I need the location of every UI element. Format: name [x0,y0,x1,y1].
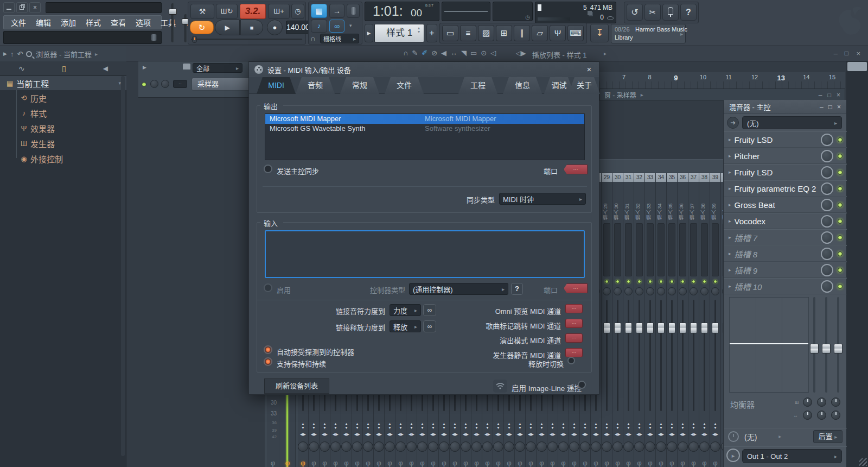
fx-slot-icon[interactable]: φ [504,459,514,467]
tab-MIDI[interactable]: MIDI [257,77,296,94]
separator-arrows-icon[interactable]: ▲▼ [450,422,460,430]
track-fader[interactable] [623,300,634,411]
stereo-sep-knob[interactable] [645,441,655,452]
track-pan-knob[interactable] [690,287,698,295]
tab-project-icon[interactable]: ▯ [62,64,66,73]
up-arrow-icon[interactable]: ↑ [10,50,14,58]
stereo-sep-knob[interactable] [450,441,460,452]
support-hold-radio[interactable] [264,357,272,366]
fader-thumb[interactable] [647,323,654,333]
separator-arrows-icon[interactable]: ▲▼ [537,422,547,430]
sampler-maximize-icon[interactable]: □ [827,92,831,98]
snap-selector[interactable]: 栅格线▸ [320,34,359,43]
output-port-value[interactable]: ··· [564,165,588,174]
fx-slot-icon[interactable]: φ [309,459,319,467]
fader-thumb[interactable] [679,323,686,333]
separator-arrows-icon[interactable]: ▲▼ [320,422,330,430]
track-led[interactable] [605,280,609,283]
window-minimize-button[interactable] [3,2,15,13]
cut-tool-button[interactable]: ✂ [644,4,661,21]
track-pan-knob[interactable] [614,287,622,295]
playlist-maximize-icon[interactable]: □ [845,49,848,57]
stereo-sep-knob[interactable] [504,441,514,452]
fx-slot-icon[interactable]: φ [471,459,482,467]
stereo-sep-knob[interactable] [471,441,482,452]
stereo-sep-knob[interactable] [547,441,558,452]
effect-slot[interactable]: ▸Fruity LSD [724,164,847,180]
stereo-arrows-icon[interactable]: ◀▶ [515,432,525,437]
stereo-sep-knob[interactable] [591,441,601,452]
separator-arrows-icon[interactable]: ▲▼ [678,422,688,430]
fx-slot-icon[interactable]: φ [330,459,341,467]
remote-radio[interactable] [578,381,586,389]
mixer-track-strip[interactable]: 31插入 31▲▼◀▶φ◷△ [623,173,634,467]
fx-slot-icon[interactable]: φ [395,459,406,467]
pattern-picker-button[interactable]: ▶ [365,24,373,42]
metronome-button[interactable]: Ш↻ [216,4,238,19]
track-pan-knob[interactable] [711,287,719,295]
sampler-window-titlebar[interactable]: 窗 - 采样器 ▸ – □ × [599,89,845,101]
separator-arrows-icon[interactable]: ▲▼ [395,422,406,430]
effect-slot[interactable]: ▸Pitcher [724,148,847,164]
separator-arrows-icon[interactable]: ▲▼ [634,422,644,430]
fx-slot-icon[interactable]: φ [461,459,471,467]
oscilloscope-panel[interactable] [442,2,490,21]
track-led[interactable] [703,280,706,283]
separator-arrows-icon[interactable]: ▲▼ [656,422,666,430]
track-pan-knob[interactable] [624,287,633,295]
effect-slot[interactable]: ▸Fruity LSD [724,131,847,148]
slot-enable-led[interactable] [838,235,843,240]
post-button[interactable]: 后置 ▸ [813,430,843,443]
pattern-add-button[interactable]: + [426,24,437,42]
track-fader[interactable] [634,300,644,411]
browser-item-effect[interactable]: Ψ效果器 [0,121,126,136]
separator-arrows-icon[interactable]: ▲▼ [602,422,612,430]
record-button[interactable]: ● [267,20,283,35]
eq-knob-6[interactable] [831,411,840,420]
separator-arrows-icon[interactable]: ▲▼ [558,422,569,430]
controller-help-button[interactable]: ? [511,283,523,295]
track-led[interactable] [648,280,652,283]
fx-slot-icon[interactable]: φ [515,459,525,467]
separator-arrows-icon[interactable]: ▲▼ [591,422,601,430]
fader-thumb[interactable] [668,323,675,333]
browser-item-history[interactable]: ⟲历史 [0,90,126,105]
separator-arrows-icon[interactable]: ▲▼ [580,422,590,430]
mixer-track-strip[interactable]: 38插入 38▲▼◀▶φ◷△ [699,173,710,467]
fx-slot-icon[interactable]: φ [678,459,688,467]
track-pan-knob[interactable] [635,287,643,295]
input-port-value[interactable]: ··· [564,283,588,293]
midi-output-list[interactable]: Microsoft MIDI MapperMicrosoft MIDI Mapp… [265,113,585,160]
browser-toggle-toggle-button[interactable]: ⊞ [496,25,512,41]
stereo-sep-knob[interactable] [710,441,720,452]
stereo-sep-knob[interactable] [634,441,644,452]
stereo-arrows-icon[interactable]: ◀▶ [580,432,590,437]
stereo-arrows-icon[interactable]: ◀▶ [699,432,710,437]
track-fader[interactable] [612,300,623,411]
auto-accept-radio[interactable] [264,345,272,354]
track-fader[interactable] [688,300,699,411]
step-edit-button[interactable]: → [329,4,344,18]
track-led[interactable] [670,280,674,283]
slot-mix-knob[interactable] [821,199,833,211]
touch-controller-toggle-button[interactable]: ⌨ [567,25,584,41]
menu-item[interactable]: 文件 [6,17,31,28]
eq-knob-4[interactable] [803,411,812,420]
fader-thumb[interactable] [701,323,708,333]
time-setting-value[interactable]: (无) [744,431,757,442]
master-volume-thumb[interactable] [169,9,177,15]
browser-item-pattern[interactable]: ♪样式 [0,105,126,121]
eq-band2-thumb[interactable] [822,344,831,354]
link-release-velocity-dropdown[interactable]: 释放▸ [390,320,421,332]
cpu-memory-panel[interactable]: 5 471 MB 0 [535,2,616,23]
mixer-track-strip[interactable]: 32插入 32▲▼◀▶φ◷△ [634,173,645,467]
eq-band3-slider[interactable] [835,297,841,393]
slip-icon[interactable]: ◥ [461,49,467,57]
stereo-arrows-icon[interactable]: ◀▶ [623,432,634,437]
piano-roll-toggle-button[interactable]: ▨ [478,25,494,41]
slot-enable-led[interactable] [838,284,843,289]
midi-channel-value[interactable]: ··· [565,304,583,313]
stereo-sep-knob[interactable] [428,441,438,452]
eq-knob-2[interactable] [817,397,826,407]
stretch-icon[interactable]: ↔ [450,49,457,57]
